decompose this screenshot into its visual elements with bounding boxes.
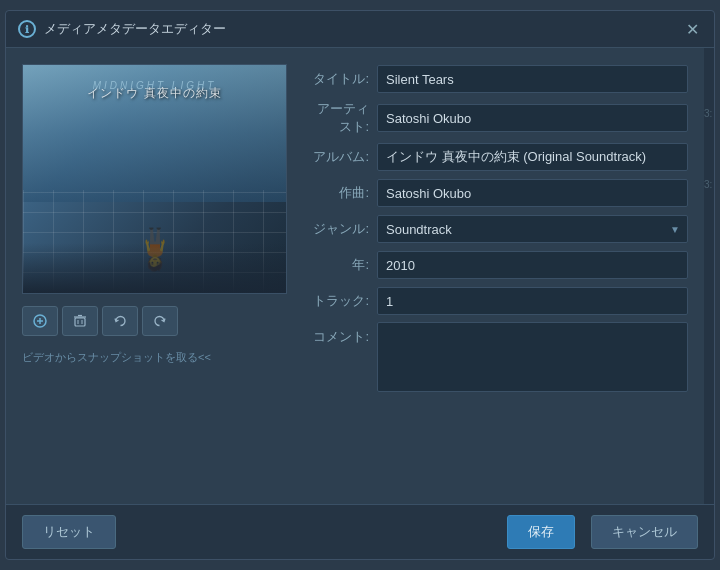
- artist-row: アーティスト:: [307, 100, 688, 136]
- media-metadata-dialog: ℹ メディアメタデータエディター ✕ インドウ 真夜中の約束 🧍: [5, 10, 715, 560]
- comment-row: コメント:: [307, 322, 688, 392]
- title-row: タイトル:: [307, 64, 688, 94]
- content-area: インドウ 真夜中の約束 🧍 MIDNIGHT LIGHT: [6, 48, 704, 504]
- scroll-num-1: 3:: [704, 108, 712, 119]
- title-bar: ℹ メディアメタデータエディター ✕: [6, 11, 714, 48]
- year-label: 年:: [307, 256, 369, 274]
- art-controls: [22, 302, 287, 340]
- composer-label: 作曲:: [307, 184, 369, 202]
- artist-label: アーティスト:: [307, 100, 369, 136]
- album-input[interactable]: [377, 143, 688, 171]
- footer: リセット 保存 キャンセル: [6, 504, 714, 559]
- footer-left: リセット: [22, 515, 507, 549]
- track-input[interactable]: [377, 287, 688, 315]
- album-art-container: インドウ 真夜中の約束 🧍 MIDNIGHT LIGHT: [22, 64, 287, 294]
- add-art-button[interactable]: [22, 306, 58, 336]
- genre-row: ジャンル: Soundtrack J-Pop Classical Rock Ja…: [307, 214, 688, 244]
- composer-row: 作曲:: [307, 178, 688, 208]
- genre-select-wrapper: Soundtrack J-Pop Classical Rock Jazz Ele…: [377, 215, 688, 243]
- title-input[interactable]: [377, 65, 688, 93]
- genre-select[interactable]: Soundtrack J-Pop Classical Rock Jazz Ele…: [377, 215, 688, 243]
- album-row: アルバム:: [307, 142, 688, 172]
- reset-button[interactable]: リセット: [22, 515, 116, 549]
- track-row: トラック:: [307, 286, 688, 316]
- composer-input[interactable]: [377, 179, 688, 207]
- album-art-subtitle: MIDNIGHT LIGHT: [23, 80, 286, 91]
- cancel-button[interactable]: キャンセル: [591, 515, 698, 549]
- side-scrollbar: 3: 3:: [704, 48, 714, 504]
- year-row: 年:: [307, 250, 688, 280]
- album-label: アルバム:: [307, 148, 369, 166]
- svg-rect-3: [75, 318, 85, 326]
- close-button[interactable]: ✕: [682, 19, 702, 39]
- save-button[interactable]: 保存: [507, 515, 575, 549]
- dialog-title: メディアメタデータエディター: [44, 20, 682, 38]
- artist-input[interactable]: [377, 104, 688, 132]
- footer-right: 保存 キャンセル: [507, 515, 698, 549]
- undo-button[interactable]: [102, 306, 138, 336]
- year-input[interactable]: [377, 251, 688, 279]
- comment-input[interactable]: [377, 322, 688, 392]
- snapshot-link[interactable]: ビデオからスナップショットを取る<<: [22, 350, 287, 365]
- scroll-num-2: 3:: [704, 179, 712, 190]
- delete-art-button[interactable]: [62, 306, 98, 336]
- track-label: トラック:: [307, 292, 369, 310]
- redo-button[interactable]: [142, 306, 178, 336]
- comment-label: コメント:: [307, 322, 369, 346]
- right-panel: タイトル: アーティスト: アルバム: 作曲: ジャンル:: [307, 64, 688, 488]
- info-icon: ℹ: [18, 20, 36, 38]
- title-label: タイトル:: [307, 70, 369, 88]
- genre-label: ジャンル:: [307, 220, 369, 238]
- left-panel: インドウ 真夜中の約束 🧍 MIDNIGHT LIGHT: [22, 64, 287, 488]
